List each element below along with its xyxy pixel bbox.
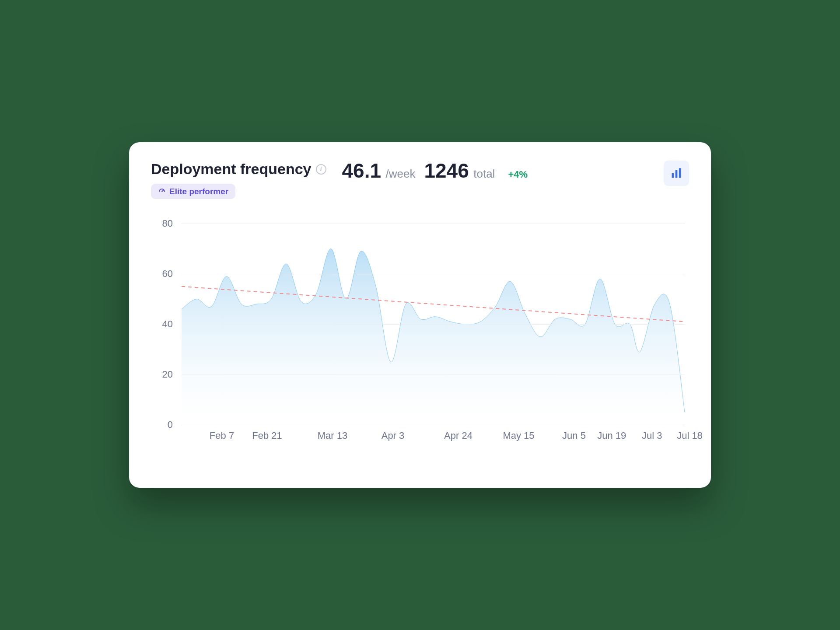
y-tick: 80 bbox=[162, 218, 173, 229]
card-header: Deployment frequency i Elite performer 4… bbox=[151, 161, 689, 199]
y-tick: 0 bbox=[168, 419, 173, 430]
gridline bbox=[182, 274, 685, 274]
x-axis: Feb 7Feb 21Mar 13Apr 3Apr 24May 15Jun 5J… bbox=[182, 430, 685, 448]
chart-type-toggle[interactable] bbox=[664, 161, 689, 186]
x-tick: Jun 5 bbox=[562, 430, 586, 441]
metric-total-value: 1246 bbox=[424, 159, 469, 182]
metric-rate-unit: /week bbox=[386, 167, 416, 180]
metric-rate: 46.1 /week bbox=[342, 161, 416, 181]
metric-total-unit: total bbox=[473, 167, 495, 180]
svg-rect-1 bbox=[672, 173, 674, 178]
x-tick: Jul 18 bbox=[677, 430, 703, 441]
x-tick: Jul 3 bbox=[642, 430, 662, 441]
metric-card: Deployment frequency i Elite performer 4… bbox=[129, 142, 711, 488]
title-row: Deployment frequency i bbox=[151, 161, 326, 178]
svg-rect-2 bbox=[676, 170, 678, 178]
chart-area: 020406080 Feb 7Feb 21Mar 13Apr 3Apr 24Ma… bbox=[151, 224, 689, 460]
metrics-row: 46.1 /week 1246 total +4% bbox=[342, 161, 528, 181]
gridline bbox=[182, 224, 685, 224]
svg-line-0 bbox=[162, 190, 164, 192]
metric-delta: +4% bbox=[508, 169, 528, 180]
gridline bbox=[182, 324, 685, 325]
metric-rate-value: 46.1 bbox=[342, 159, 382, 182]
badge-label: Elite performer bbox=[169, 187, 228, 196]
card-title: Deployment frequency bbox=[151, 161, 312, 178]
y-tick: 20 bbox=[162, 369, 173, 380]
area-fill bbox=[182, 248, 685, 425]
x-tick: Jun 19 bbox=[597, 430, 626, 441]
y-tick: 40 bbox=[162, 318, 173, 330]
y-tick: 60 bbox=[162, 268, 173, 280]
bar-chart-icon bbox=[670, 167, 682, 179]
gridline bbox=[182, 425, 685, 425]
x-tick: Apr 24 bbox=[444, 430, 472, 441]
y-axis: 020406080 bbox=[151, 224, 177, 425]
info-icon[interactable]: i bbox=[316, 164, 326, 175]
x-tick: Mar 13 bbox=[318, 430, 347, 441]
svg-rect-3 bbox=[679, 168, 681, 178]
metric-total: 1246 total bbox=[424, 161, 495, 181]
x-tick: May 15 bbox=[503, 430, 534, 441]
title-block: Deployment frequency i Elite performer bbox=[151, 161, 326, 199]
performance-badge: Elite performer bbox=[151, 184, 235, 199]
x-tick: Apr 3 bbox=[382, 430, 405, 441]
x-tick: Feb 21 bbox=[252, 430, 282, 441]
x-tick: Feb 7 bbox=[210, 430, 234, 441]
gridline bbox=[182, 374, 685, 375]
gauge-icon bbox=[158, 186, 166, 196]
